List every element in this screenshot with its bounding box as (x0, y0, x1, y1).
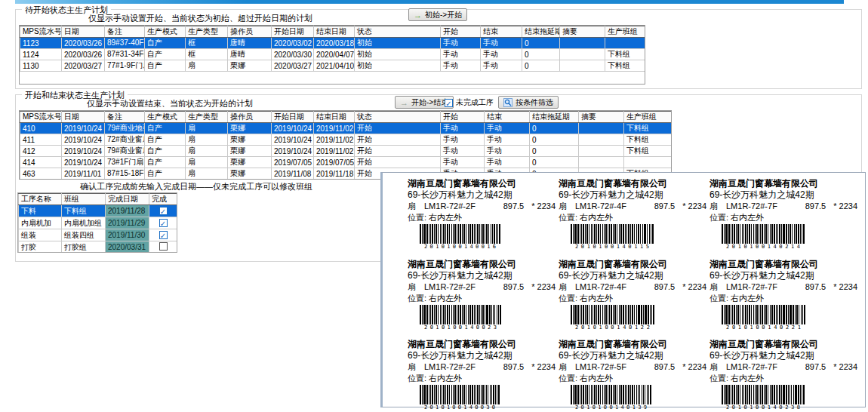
print-label: 湖南亘晟门窗幕墙有限公司69-长沙万科魅力之城42期扇LM1R-72#-5F89… (559, 338, 706, 412)
column-header[interactable]: 备注 (105, 112, 145, 123)
column-header[interactable]: 结束 (481, 26, 522, 38)
table-cell: 2021/04/10 (314, 60, 355, 72)
table-cell: 框 (186, 49, 228, 60)
table-cell: 栗娜 (228, 123, 272, 134)
column-header[interactable]: 生产班组 (624, 112, 672, 123)
table-cell: 组装 (19, 229, 62, 241)
column-header[interactable]: 开始 (441, 112, 485, 123)
table-row[interactable]: 11302020/03/2777#1-9F门扇自产扇栗娜2020/03/2720… (20, 60, 645, 72)
table-cell: 2020/03/30 (272, 49, 314, 60)
label-model: LM1R-72#-7F (726, 281, 805, 293)
table-cell: 463 (20, 168, 62, 180)
table-cell: ✓ (149, 229, 177, 241)
label-item-row: 扇LM1R-72#-7F897.5* 2234 (709, 201, 857, 212)
table-cell: 手动 (441, 134, 485, 146)
complete-checkbox[interactable]: ✓ (159, 207, 168, 215)
table-cell: 下料组 (605, 49, 645, 60)
table-row[interactable]: 内扇机加内扇机加组2019/11/29✓ (19, 217, 177, 229)
column-header[interactable]: 状态 (355, 112, 441, 123)
table-row[interactable]: 4122019/10/2479#商业窗扇自产扇栗娜2019/10/242019/… (20, 146, 672, 157)
table-row[interactable]: 11242020/03/2687#31-34F门框自产框唐晴2020/03/30… (20, 49, 645, 60)
table-row[interactable]: 打胶打胶组2020/03/31 (19, 241, 177, 254)
table-cell (560, 60, 605, 72)
barcode-bars (722, 224, 805, 244)
label-item-row: 扇LM1R-72#-5F897.5* 2234 (559, 361, 706, 373)
table-cell: 2019/10/24 (62, 123, 105, 134)
column-header[interactable]: MPS流水号 (20, 26, 62, 38)
column-header[interactable]: MPS流水号 (20, 112, 62, 123)
complete-checkbox[interactable] (159, 242, 168, 251)
filter-button[interactable]: 按条件筛选 (498, 96, 559, 109)
column-header[interactable]: 生产模式 (145, 26, 186, 38)
column-header[interactable]: 结束 (485, 112, 530, 123)
table-row[interactable]: 4102019/10/2479#商业地弹…自产扇栗娜2019/10/242019… (20, 123, 672, 134)
table-row[interactable]: 4142019/10/2473#1F门扇窗扇自产扇栗娜2019/07/05201… (20, 157, 672, 168)
column-header[interactable]: 结束拖延期 (522, 26, 560, 38)
label-qty: * 2234 (531, 201, 556, 212)
table-cell: 2020/03/18 (314, 38, 355, 49)
column-header[interactable]: 结束日期 (314, 112, 355, 123)
column-header[interactable]: 完成日期 (106, 194, 149, 205)
barcode-bars (722, 305, 805, 324)
table-cell: 2019/11/29 (106, 217, 149, 229)
print-label: 湖南亘晟门窗幕墙有限公司69-长沙万科魅力之城42期扇LM1R-72#-2F89… (408, 338, 556, 412)
column-header[interactable]: 生产班组 (605, 26, 645, 38)
label-qty: * 2234 (833, 281, 857, 293)
table-row[interactable]: 组装组装四组2019/11/30✓ (19, 229, 177, 241)
column-header[interactable]: 结束日期 (314, 26, 355, 38)
barcode: 2010100140214 (722, 224, 805, 250)
table-cell: 手动 (441, 157, 485, 168)
column-header[interactable]: 操作员 (228, 26, 272, 38)
filter-button-label: 按条件筛选 (516, 97, 553, 108)
barcode: 2010100140030 (420, 385, 500, 410)
column-header[interactable]: 操作员 (228, 112, 272, 123)
label-size: 897.5 (805, 361, 826, 373)
label-position: 位置: 右内左外 (709, 212, 857, 223)
table-cell: 2019/11/18 (314, 168, 355, 180)
print-label: 湖南亘晟门窗幕墙有限公司69-长沙万科魅力之城42期扇LM1R-72#-2F89… (408, 258, 556, 334)
label-item-row: 扇LM1R-72#-4F897.5* 2234 (559, 201, 706, 212)
complete-checkbox[interactable]: ✓ (159, 231, 168, 239)
table-cell: 79#商业地弹… (105, 123, 145, 134)
table-cell: 2020/04/07 (314, 49, 355, 60)
table-cell: 栗娜 (228, 134, 272, 146)
table-cell: 2019/10/24 (62, 146, 105, 157)
column-header[interactable]: 生产类型 (186, 26, 228, 38)
table-cell: 79#商业窗扇 (105, 146, 145, 157)
table-cell: 自产 (145, 49, 186, 60)
table-row[interactable]: 下料下料组2019/11/28✓ (19, 205, 177, 217)
print-label: 湖南亘晟门窗幕墙有限公司69-长沙万科魅力之城42期扇LM1R-72#-7F89… (709, 177, 857, 253)
table-cell: ✓ (149, 217, 177, 229)
column-header[interactable]: 完成 (149, 194, 177, 205)
column-header[interactable]: 工序名称 (19, 194, 62, 205)
init-to-start-button[interactable]: → 初始->开始 (408, 8, 467, 21)
app-window: 待开始状态主生产计划 仅显示手动设置开始、当前状态为初始、超过开始日期的计划 →… (0, 0, 868, 412)
table-row[interactable]: 11232020/03/2689#37-40F门框自产框唐晴2020/03/02… (20, 38, 645, 49)
table-cell: 手动 (441, 38, 481, 49)
table-cell: 2019/10/24 (272, 134, 314, 146)
column-header[interactable]: 开始日期 (272, 26, 314, 38)
column-header[interactable]: 班组 (62, 194, 106, 205)
table-cell: ✓ (149, 205, 177, 217)
complete-checkbox[interactable]: ✓ (159, 219, 168, 227)
column-header[interactable]: 开始 (441, 26, 481, 38)
column-header[interactable]: 摘要 (579, 112, 624, 123)
column-header[interactable]: 状态 (355, 26, 441, 38)
label-project: 69-长沙万科魅力之城42期 (559, 350, 706, 361)
table-cell: 2019/11/08 (272, 180, 314, 180)
table-cell: 自产 (145, 157, 186, 168)
unfinished-process-checkbox[interactable]: ✓ (445, 99, 453, 107)
column-header[interactable]: 日期 (62, 112, 105, 123)
column-header[interactable]: 日期 (62, 26, 105, 38)
column-header[interactable]: 摘要 (560, 26, 605, 38)
barcode-digits: 2010100140122 (571, 324, 654, 331)
table-cell: 2020/03/02 (272, 38, 314, 49)
column-header[interactable]: 生产类型 (186, 112, 228, 123)
table-cell: 0 (522, 38, 560, 49)
column-header[interactable]: 结束拖延期 (530, 112, 579, 123)
label-model: LM1R-72#-7F (726, 361, 805, 373)
column-header[interactable]: 生产模式 (145, 112, 186, 123)
column-header[interactable]: 备注 (105, 26, 145, 38)
table-row[interactable]: 4112019/10/2472#商业窗扇自产扇栗娜2019/10/242019/… (20, 134, 672, 146)
column-header[interactable]: 开始日期 (272, 112, 314, 123)
